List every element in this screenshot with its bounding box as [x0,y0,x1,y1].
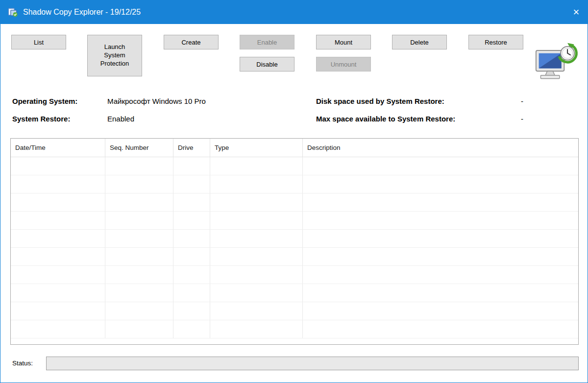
table-cell [173,266,210,284]
system-restore-label: System Restore: [12,115,70,123]
table-cell [173,175,210,193]
app-window: Shadow Copy Explorer - 19/12/25 × List L… [0,0,588,383]
system-restore-icon [535,39,580,85]
max-space-available-label: Max space available to System Restore: [316,115,455,123]
shadow-copies-table: Date/TimeSeq. NumberDriveTypeDescription [10,138,579,345]
shadow-copy-app-icon [7,7,18,18]
table-cell [173,248,210,266]
operating-system-value: Майкрософт Windows 10 Pro [107,97,206,105]
table-cell [105,157,173,175]
table-cell [303,302,578,320]
table-cell [303,157,578,175]
column-header-seq-number[interactable]: Seq. Number [105,139,173,157]
status-field [46,357,579,370]
table-cell [105,320,173,338]
table-cell [173,230,210,248]
table-cell [210,302,303,320]
column-header-type[interactable]: Type [210,139,303,157]
table-cell [210,157,303,175]
delete-button[interactable]: Delete [392,35,447,49]
table-cell [173,284,210,302]
table-cell [210,266,303,284]
table-row [11,284,578,302]
mount-button[interactable]: Mount [316,35,371,49]
close-button[interactable]: × [565,0,588,24]
column-header-description[interactable]: Description [303,139,578,157]
table-cell [105,302,173,320]
column-header-drive[interactable]: Drive [173,139,210,157]
restore-button[interactable]: Restore [468,35,523,49]
table-cell [210,175,303,193]
table-body[interactable] [11,157,578,345]
table-cell [210,320,303,338]
table-cell [303,212,578,230]
window-title: Shadow Copy Explorer - 19/12/25 [23,8,141,17]
table-cell [11,157,105,175]
table-cell [11,284,105,302]
disable-button[interactable]: Disable [240,57,294,72]
table-cell [173,212,210,230]
table-cell [105,248,173,266]
table-cell [11,175,105,193]
table-cell [303,266,578,284]
table-cell [210,193,303,212]
table-row [11,230,578,248]
table-row [11,193,578,212]
operating-system-label: Operating System: [12,97,77,105]
disk-space-used-value: - [521,97,523,105]
table-cell [173,157,210,175]
status-label: Status: [12,359,33,367]
table-row [11,248,578,266]
disk-space-used-label: Disk space used by System Restore: [316,97,444,105]
launch-system-protection-button[interactable]: Launch System Protection [87,35,142,76]
enable-button: Enable [240,35,294,49]
table-cell [11,193,105,212]
create-button[interactable]: Create [164,35,219,49]
table-cell [210,230,303,248]
table-row [11,302,578,320]
system-restore-value: Enabled [107,115,134,123]
table-cell [105,212,173,230]
table-cell [303,284,578,302]
table-cell [11,212,105,230]
list-button[interactable]: List [11,35,66,49]
table-cell [105,266,173,284]
table-cell [173,320,210,338]
table-row [11,175,578,193]
table-cell [210,284,303,302]
table-cell [11,320,105,338]
table-cell [210,212,303,230]
table-cell [105,284,173,302]
table-row [11,212,578,230]
table-cell [210,248,303,266]
table-cell [173,193,210,212]
table-cell [11,230,105,248]
max-space-available-value: - [521,115,523,123]
table-cell [303,175,578,193]
table-cell [105,230,173,248]
title-bar[interactable]: Shadow Copy Explorer - 19/12/25 × [0,0,588,24]
table-cell [11,302,105,320]
table-cell [11,248,105,266]
table-cell [105,193,173,212]
table-row [11,320,578,338]
table-header: Date/TimeSeq. NumberDriveTypeDescription [11,139,578,157]
table-row [11,266,578,284]
unmount-button: Unmount [316,57,371,72]
table-cell [303,320,578,338]
table-cell [173,302,210,320]
table-cell [303,193,578,212]
table-cell [303,248,578,266]
table-cell [303,230,578,248]
table-cell [11,266,105,284]
column-header-date-time[interactable]: Date/Time [11,139,105,157]
table-cell [105,175,173,193]
table-row [11,157,578,175]
